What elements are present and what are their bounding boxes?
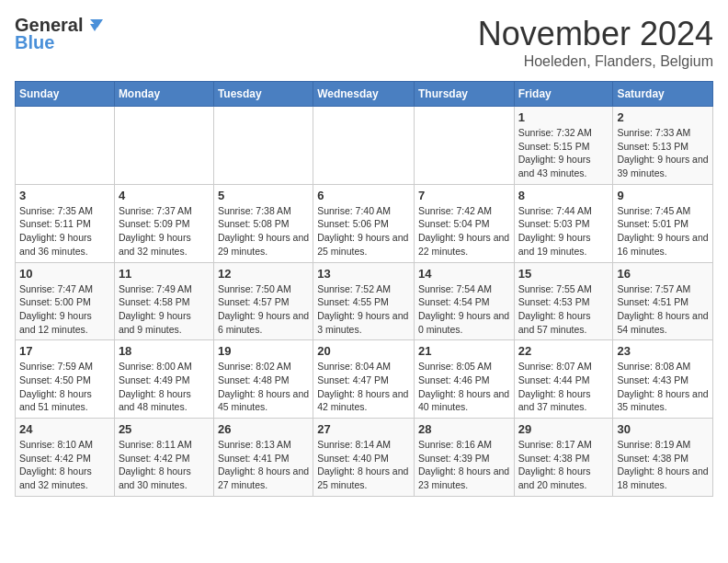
day-info: Sunrise: 7:40 AM Sunset: 5:06 PM Dayligh… <box>317 204 410 259</box>
calendar-cell: 19Sunrise: 8:02 AM Sunset: 4:48 PM Dayli… <box>213 340 313 419</box>
calendar-cell: 11Sunrise: 7:49 AM Sunset: 4:58 PM Dayli… <box>114 262 213 340</box>
day-info: Sunrise: 7:47 AM Sunset: 5:00 PM Dayligh… <box>19 282 110 337</box>
day-number: 21 <box>418 344 510 358</box>
calendar-cell: 21Sunrise: 8:05 AM Sunset: 4:46 PM Dayli… <box>414 340 514 419</box>
day-number: 7 <box>418 189 510 202</box>
calendar-cell: 2Sunrise: 7:33 AM Sunset: 5:13 PM Daylig… <box>613 107 713 185</box>
calendar-cell: 29Sunrise: 8:17 AM Sunset: 4:38 PM Dayli… <box>514 419 613 497</box>
day-number: 27 <box>317 422 410 436</box>
day-info: Sunrise: 8:08 AM Sunset: 4:43 PM Dayligh… <box>617 360 709 414</box>
day-info: Sunrise: 7:50 AM Sunset: 4:57 PM Dayligh… <box>218 282 309 337</box>
logo-blue-text: Blue <box>15 32 54 53</box>
calendar-cell: 28Sunrise: 8:16 AM Sunset: 4:39 PM Dayli… <box>414 419 514 497</box>
week-row-3: 10Sunrise: 7:47 AM Sunset: 5:00 PM Dayli… <box>16 262 713 340</box>
day-info: Sunrise: 7:38 AM Sunset: 5:08 PM Dayligh… <box>218 204 309 259</box>
day-info: Sunrise: 8:10 AM Sunset: 4:42 PM Dayligh… <box>19 438 110 492</box>
day-info: Sunrise: 7:54 AM Sunset: 4:54 PM Dayligh… <box>418 282 510 337</box>
weekday-header: Tuesday <box>213 82 313 107</box>
month-title: November 2024 <box>478 15 713 53</box>
day-number: 19 <box>218 344 309 358</box>
day-info: Sunrise: 8:16 AM Sunset: 4:39 PM Dayligh… <box>418 438 510 492</box>
calendar-cell: 20Sunrise: 8:04 AM Sunset: 4:47 PM Dayli… <box>313 340 415 419</box>
calendar-cell: 4Sunrise: 7:37 AM Sunset: 5:09 PM Daylig… <box>114 184 213 262</box>
week-row-2: 3Sunrise: 7:35 AM Sunset: 5:11 PM Daylig… <box>16 184 713 262</box>
day-info: Sunrise: 8:14 AM Sunset: 4:40 PM Dayligh… <box>317 438 410 492</box>
calendar-cell: 25Sunrise: 8:11 AM Sunset: 4:42 PM Dayli… <box>114 419 213 497</box>
day-info: Sunrise: 7:33 AM Sunset: 5:13 PM Dayligh… <box>617 126 709 180</box>
calendar-cell <box>213 107 313 185</box>
week-row-5: 24Sunrise: 8:10 AM Sunset: 4:42 PM Dayli… <box>16 419 713 497</box>
calendar-cell: 10Sunrise: 7:47 AM Sunset: 5:00 PM Dayli… <box>16 262 115 340</box>
day-info: Sunrise: 7:57 AM Sunset: 4:51 PM Dayligh… <box>617 282 709 337</box>
day-info: Sunrise: 8:00 AM Sunset: 4:49 PM Dayligh… <box>119 360 210 414</box>
calendar-cell <box>16 107 115 185</box>
day-info: Sunrise: 8:07 AM Sunset: 4:44 PM Dayligh… <box>518 360 609 414</box>
calendar-cell: 9Sunrise: 7:45 AM Sunset: 5:01 PM Daylig… <box>613 184 713 262</box>
weekday-header: Monday <box>114 82 213 107</box>
calendar-cell: 6Sunrise: 7:40 AM Sunset: 5:06 PM Daylig… <box>313 184 415 262</box>
day-number: 26 <box>218 422 309 436</box>
calendar-cell: 26Sunrise: 8:13 AM Sunset: 4:41 PM Dayli… <box>213 419 313 497</box>
day-number: 20 <box>317 344 410 358</box>
calendar-cell: 17Sunrise: 7:59 AM Sunset: 4:50 PM Dayli… <box>16 340 115 419</box>
day-number: 6 <box>317 189 410 202</box>
day-number: 3 <box>19 189 110 202</box>
day-number: 18 <box>119 344 210 358</box>
day-info: Sunrise: 7:59 AM Sunset: 4:50 PM Dayligh… <box>19 360 110 414</box>
day-number: 12 <box>218 267 309 281</box>
day-info: Sunrise: 7:44 AM Sunset: 5:03 PM Dayligh… <box>518 204 609 259</box>
day-info: Sunrise: 8:19 AM Sunset: 4:38 PM Dayligh… <box>617 438 709 492</box>
day-number: 28 <box>418 422 510 436</box>
day-number: 30 <box>617 422 709 436</box>
day-info: Sunrise: 7:55 AM Sunset: 4:53 PM Dayligh… <box>518 282 609 337</box>
calendar-cell: 13Sunrise: 7:52 AM Sunset: 4:55 PM Dayli… <box>313 262 415 340</box>
day-info: Sunrise: 7:35 AM Sunset: 5:11 PM Dayligh… <box>19 204 110 259</box>
week-row-1: 1Sunrise: 7:32 AM Sunset: 5:15 PM Daylig… <box>16 107 713 185</box>
day-info: Sunrise: 8:11 AM Sunset: 4:42 PM Dayligh… <box>119 438 210 492</box>
calendar-cell: 7Sunrise: 7:42 AM Sunset: 5:04 PM Daylig… <box>414 184 514 262</box>
day-number: 9 <box>617 189 709 202</box>
day-number: 8 <box>518 189 609 202</box>
location-title: Hoeleden, Flanders, Belgium <box>478 53 713 70</box>
weekday-header: Thursday <box>414 82 514 107</box>
day-number: 1 <box>518 110 609 124</box>
day-info: Sunrise: 8:05 AM Sunset: 4:46 PM Dayligh… <box>418 360 510 414</box>
day-info: Sunrise: 7:37 AM Sunset: 5:09 PM Dayligh… <box>119 204 210 259</box>
calendar-cell: 3Sunrise: 7:35 AM Sunset: 5:11 PM Daylig… <box>16 184 115 262</box>
day-number: 17 <box>19 344 110 358</box>
day-number: 25 <box>119 422 210 436</box>
logo-container: General Blue <box>15 15 105 53</box>
day-info: Sunrise: 7:45 AM Sunset: 5:01 PM Dayligh… <box>617 204 709 259</box>
day-number: 14 <box>418 267 510 281</box>
calendar-cell: 1Sunrise: 7:32 AM Sunset: 5:15 PM Daylig… <box>514 107 613 185</box>
calendar-cell: 30Sunrise: 8:19 AM Sunset: 4:38 PM Dayli… <box>613 419 713 497</box>
day-number: 22 <box>518 344 609 358</box>
calendar-cell: 5Sunrise: 7:38 AM Sunset: 5:08 PM Daylig… <box>213 184 313 262</box>
day-number: 11 <box>119 267 210 281</box>
day-number: 2 <box>617 110 709 124</box>
week-row-4: 17Sunrise: 7:59 AM Sunset: 4:50 PM Dayli… <box>16 340 713 419</box>
weekday-header: Saturday <box>613 82 713 107</box>
calendar-cell: 12Sunrise: 7:50 AM Sunset: 4:57 PM Dayli… <box>213 262 313 340</box>
title-section: November 2024 Hoeleden, Flanders, Belgiu… <box>478 15 713 70</box>
day-number: 15 <box>518 267 609 281</box>
header: General Blue November 2024 Hoeleden, Fla… <box>15 15 713 70</box>
calendar-cell: 8Sunrise: 7:44 AM Sunset: 5:03 PM Daylig… <box>514 184 613 262</box>
day-number: 24 <box>19 422 110 436</box>
day-number: 29 <box>518 422 609 436</box>
calendar-cell: 15Sunrise: 7:55 AM Sunset: 4:53 PM Dayli… <box>514 262 613 340</box>
day-info: Sunrise: 8:04 AM Sunset: 4:47 PM Dayligh… <box>317 360 410 414</box>
calendar-table: SundayMondayTuesdayWednesdayThursdayFrid… <box>15 81 713 497</box>
calendar-cell: 18Sunrise: 8:00 AM Sunset: 4:49 PM Dayli… <box>114 340 213 419</box>
day-info: Sunrise: 7:52 AM Sunset: 4:55 PM Dayligh… <box>317 282 410 337</box>
day-info: Sunrise: 7:32 AM Sunset: 5:15 PM Dayligh… <box>518 126 609 180</box>
calendar-cell <box>313 107 415 185</box>
logo-flag-icon <box>85 16 105 36</box>
calendar-cell <box>414 107 514 185</box>
calendar-cell: 22Sunrise: 8:07 AM Sunset: 4:44 PM Dayli… <box>514 340 613 419</box>
day-number: 5 <box>218 189 309 202</box>
calendar-cell <box>114 107 213 185</box>
day-info: Sunrise: 7:42 AM Sunset: 5:04 PM Dayligh… <box>418 204 510 259</box>
calendar-cell: 23Sunrise: 8:08 AM Sunset: 4:43 PM Dayli… <box>613 340 713 419</box>
weekday-header: Sunday <box>16 82 115 107</box>
